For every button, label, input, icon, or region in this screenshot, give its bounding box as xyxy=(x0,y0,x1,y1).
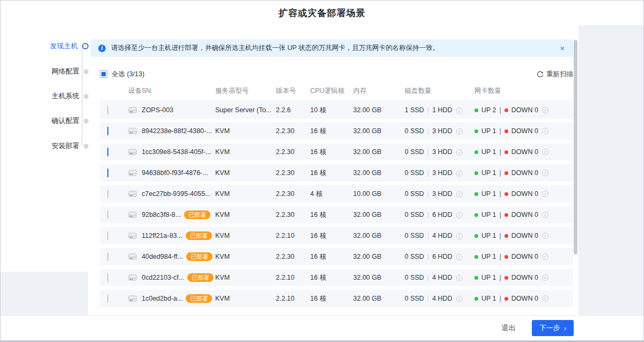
row-checkbox[interactable] xyxy=(107,294,108,303)
table-row[interactable]: 112ff21a-83... 已部署 KVM 2.2.10 16 核 32.00… xyxy=(100,227,573,244)
disk-info-icon[interactable] xyxy=(456,128,463,135)
col-version: 版本号 xyxy=(276,86,310,96)
next-step-button[interactable]: 下一步 › xyxy=(532,320,574,336)
disk-info-icon[interactable] xyxy=(456,107,463,114)
nic-down-dot-icon xyxy=(504,255,508,259)
server-icon xyxy=(128,107,137,113)
step-host-system[interactable]: 主机系统 xyxy=(33,91,92,101)
nic-up-dot-icon xyxy=(474,234,478,238)
table-row[interactable]: 40ded984-ff... 已部署 KVM 2.2.30 16 核 32.00… xyxy=(100,248,573,265)
nic-up-count: UP 2 xyxy=(481,106,496,114)
rescan-button[interactable]: 重新扫描 xyxy=(537,70,573,79)
nic-info-icon[interactable] xyxy=(542,212,548,218)
row-checkbox[interactable] xyxy=(107,106,108,114)
nic-down-count: DOWN 0 xyxy=(511,253,538,260)
row-checkbox[interactable] xyxy=(107,190,108,198)
device-sn: 1c0ed2bd-a... xyxy=(142,295,182,302)
nic-down-count: DOWN 0 xyxy=(511,127,538,135)
deployment-wizard-window: 扩容或灾备部署场景 发现主机 网络配置 主机系统 确认配置 安装部署 请选择至少… xyxy=(0,0,644,342)
info-icon xyxy=(98,45,106,52)
checkbox-indeterminate-icon[interactable] xyxy=(100,70,107,78)
ssd-count: 0 SSD xyxy=(405,169,424,177)
version: 2.2.30 xyxy=(276,253,310,260)
nic-down-dot-icon xyxy=(504,213,508,217)
ssd-count: 0 SSD xyxy=(405,232,424,239)
server-model: KVM xyxy=(215,148,276,156)
hdd-count: 3 HDD xyxy=(432,169,452,177)
nic-down-count: DOWN 0 xyxy=(511,106,538,114)
disk-info-icon[interactable] xyxy=(456,170,463,177)
row-checkbox[interactable] xyxy=(107,210,108,219)
host-table-body: ZOPS-003 已部署 Super Server (To... 2.2.6 1… xyxy=(100,101,573,311)
table-row[interactable]: 1cc309e8-5438-405f-... 已部署 KVM 2.2.30 16… xyxy=(100,143,573,161)
nic-up-count: UP 1 xyxy=(481,211,496,219)
version: 2.2.30 xyxy=(276,211,310,219)
nic-info-icon[interactable] xyxy=(542,149,548,155)
table-row[interactable]: 94638bf0-f93f-4876-... 已部署 KVM 2.2.30 16… xyxy=(100,164,573,181)
right-background-panel xyxy=(579,25,643,315)
step-discover-hosts[interactable]: 发现主机 xyxy=(33,41,92,51)
server-icon xyxy=(128,274,137,281)
step-network-config[interactable]: 网络配置 xyxy=(33,67,92,76)
step-confirm-config[interactable]: 确认配置 xyxy=(33,116,92,126)
nic-info-icon[interactable] xyxy=(542,253,548,260)
table-row[interactable]: 0cd22103-cf... 已部署 KVM 2.2.10 16 核 32.00… xyxy=(100,269,573,286)
device-sn: 8942238e-88f2-4380-... xyxy=(142,127,212,135)
device-sn: c7ec27bb-9395-4055... xyxy=(142,190,211,198)
cpu-cores: 16 核 xyxy=(310,294,353,303)
nic-up-count: UP 1 xyxy=(481,127,496,135)
row-checkbox[interactable] xyxy=(107,127,108,135)
step-install-deploy[interactable]: 安装部署 xyxy=(33,141,92,151)
deployed-badge: 已部署 xyxy=(186,252,213,261)
nic-info-icon[interactable] xyxy=(542,232,548,239)
disk-info-icon[interactable] xyxy=(456,149,463,156)
exit-button[interactable]: 退出 xyxy=(502,323,516,333)
select-all-checkbox[interactable]: 全选 (3/13) xyxy=(100,70,144,79)
row-checkbox[interactable] xyxy=(107,252,108,261)
table-row[interactable]: 1c0ed2bd-a... 已部署 KVM 2.2.10 16 核 32.00 … xyxy=(100,290,573,307)
nic-info-icon[interactable] xyxy=(542,107,548,113)
disk-info-icon[interactable] xyxy=(456,212,463,219)
table-row[interactable]: 8942238e-88f2-4380-... 已部署 KVM 2.2.30 16… xyxy=(100,122,573,140)
nic-up-dot-icon xyxy=(474,171,478,175)
disk-info-icon[interactable] xyxy=(456,275,463,281)
device-sn: 94638bf0-f93f-4876-... xyxy=(142,169,208,177)
row-checkbox[interactable] xyxy=(107,148,108,156)
ssd-count: 0 SSD xyxy=(405,253,424,260)
banner-close-icon[interactable]: × xyxy=(559,45,566,52)
table-row[interactable]: ZOPS-003 已部署 Super Server (To... 2.2.6 1… xyxy=(100,101,573,119)
step-indicator-icon xyxy=(84,144,89,149)
step-indicator-icon xyxy=(84,119,89,123)
vertical-scrollbar[interactable] xyxy=(574,40,577,254)
step-indicator-icon xyxy=(84,69,89,74)
disk-info-icon[interactable] xyxy=(456,233,463,239)
version: 2.2.30 xyxy=(276,127,310,135)
deployed-badge: 已部署 xyxy=(184,210,210,219)
hdd-count: 1 HDD xyxy=(432,106,452,114)
disk-info-icon[interactable] xyxy=(456,254,463,260)
hdd-count: 3 HDD xyxy=(432,190,452,198)
nic-up-dot-icon xyxy=(474,255,478,259)
nic-info-icon[interactable] xyxy=(542,191,548,197)
nic-info-icon[interactable] xyxy=(542,295,548,302)
disk-info-icon[interactable] xyxy=(456,191,463,198)
row-checkbox[interactable] xyxy=(107,273,108,282)
device-sn: 92b8c3f8-8... xyxy=(142,211,181,219)
refresh-icon xyxy=(537,71,544,78)
nic-up-dot-icon xyxy=(474,297,478,301)
nic-up-count: UP 1 xyxy=(481,253,496,260)
row-checkbox[interactable] xyxy=(107,231,108,240)
col-device-sn: 设备SN xyxy=(128,86,215,96)
nic-info-icon[interactable] xyxy=(542,128,548,134)
nic-info-icon[interactable] xyxy=(542,274,548,281)
nic-count: UP 1|DOWN 0 xyxy=(474,253,573,260)
nic-info-icon[interactable] xyxy=(542,170,548,176)
row-checkbox[interactable] xyxy=(107,169,108,177)
version: 2.2.30 xyxy=(276,148,310,156)
table-row[interactable]: c7ec27bb-9395-4055... 已部署 KVM 2.2.30 4 核… xyxy=(100,185,573,202)
device-sn: ZOPS-003 xyxy=(142,106,173,114)
server-icon xyxy=(128,232,137,239)
nic-up-count: UP 1 xyxy=(481,169,496,177)
table-row[interactable]: 92b8c3f8-8... 已部署 KVM 2.2.30 16 核 32.00 … xyxy=(100,206,573,223)
disk-info-icon[interactable] xyxy=(456,296,463,302)
